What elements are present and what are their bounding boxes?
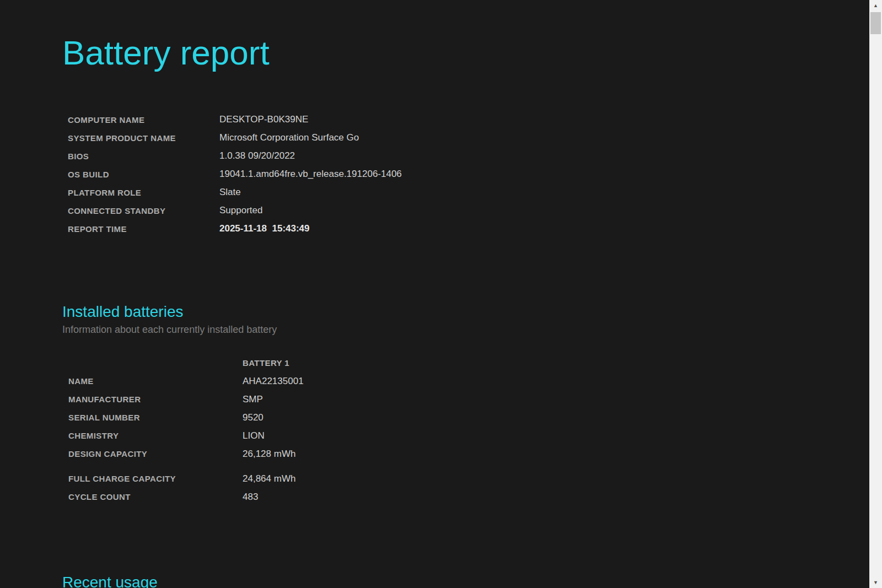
recent-usage-heading: Recent usage (62, 573, 869, 588)
table-row: CYCLE COUNT 483 (68, 488, 869, 506)
row-label: COMPUTER NAME (68, 115, 219, 125)
row-label: OS BUILD (68, 170, 219, 179)
scroll-down-button[interactable]: ▼ (869, 577, 882, 588)
row-label: CONNECTED STANDBY (68, 206, 219, 215)
row-label: CHEMISTRY (68, 431, 243, 440)
row-value: AHA22135001 (243, 376, 869, 387)
row-value: Slate (219, 187, 869, 198)
table-header-row: BATTERY 1 (68, 354, 869, 372)
table-row: DESIGN CAPACITY 26,128 mWh (68, 445, 869, 463)
row-value: Supported (219, 205, 869, 216)
report-content: Battery report COMPUTER NAME DESKTOP-B0K… (0, 0, 869, 588)
scroll-down-arrow-icon: ▼ (873, 580, 878, 585)
table-row: BIOS 1.0.38 09/20/2022 (68, 147, 869, 165)
battery-report-page: Battery report COMPUTER NAME DESKTOP-B0K… (0, 0, 882, 588)
row-value: 9520 (243, 412, 869, 423)
table-row: CONNECTED STANDBY Supported (68, 202, 869, 220)
row-value: 26,128 mWh (243, 449, 869, 460)
table-row: SYSTEM PRODUCT NAME Microsoft Corporatio… (68, 129, 869, 147)
installed-batteries-section: Installed batteries Information about ea… (62, 302, 869, 506)
row-value: 19041.1.amd64fre.vb_release.191206-1406 (219, 169, 869, 180)
report-time-value: 2025-11-18 15:43:49 (219, 223, 869, 234)
row-label: REPORT TIME (68, 224, 219, 234)
row-label: DESIGN CAPACITY (68, 449, 243, 458)
row-label: PLATFORM ROLE (68, 188, 219, 197)
table-row: PLATFORM ROLE Slate (68, 184, 869, 202)
battery-column-header: BATTERY 1 (243, 358, 869, 368)
table-row: REPORT TIME 2025-11-18 15:43:49 (68, 220, 869, 238)
system-info-table: COMPUTER NAME DESKTOP-B0K39NE SYSTEM PRO… (68, 111, 869, 238)
row-value: DESKTOP-B0K39NE (219, 114, 869, 125)
page-title: Battery report (62, 0, 869, 74)
table-spacer (68, 463, 869, 470)
row-value: 483 (243, 492, 869, 503)
installed-batteries-heading: Installed batteries (62, 302, 869, 322)
scroll-up-arrow-icon: ▲ (873, 3, 878, 8)
row-value: 1.0.38 09/20/2022 (219, 150, 869, 161)
row-label: FULL CHARGE CAPACITY (68, 474, 243, 483)
row-label: SERIAL NUMBER (68, 413, 243, 422)
row-label: CYCLE COUNT (68, 492, 243, 501)
scrollbar-thumb[interactable] (870, 12, 881, 34)
table-row: COMPUTER NAME DESKTOP-B0K39NE (68, 111, 869, 129)
table-row: OS BUILD 19041.1.amd64fre.vb_release.191… (68, 165, 869, 184)
scroll-up-button[interactable]: ▲ (869, 0, 882, 11)
row-value: 24,864 mWh (243, 473, 869, 484)
row-label: SYSTEM PRODUCT NAME (68, 133, 219, 143)
row-value: SMP (243, 394, 869, 405)
battery-info-table: BATTERY 1 NAME AHA22135001 MANUFACTURER … (68, 354, 869, 506)
row-label: MANUFACTURER (68, 395, 243, 404)
row-value: LION (243, 430, 869, 441)
installed-batteries-subtitle: Information about each currently install… (62, 323, 869, 336)
table-row: SERIAL NUMBER 9520 (68, 408, 869, 427)
row-label: BIOS (68, 152, 219, 161)
row-label: NAME (68, 376, 243, 386)
table-row: CHEMISTRY LION (68, 427, 869, 445)
recent-usage-section: Recent usage (62, 573, 869, 588)
table-row: MANUFACTURER SMP (68, 390, 869, 408)
table-row: NAME AHA22135001 (68, 372, 869, 390)
row-value: Microsoft Corporation Surface Go (219, 132, 869, 143)
table-row: FULL CHARGE CAPACITY 24,864 mWh (68, 470, 869, 488)
vertical-scrollbar[interactable]: ▲ ▼ (869, 0, 882, 588)
